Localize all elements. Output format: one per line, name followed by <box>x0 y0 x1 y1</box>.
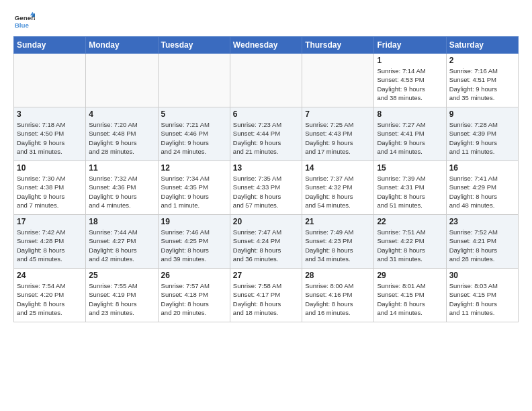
day-info: Sunrise: 7:41 AMSunset: 4:29 PMDaylight:… <box>449 174 515 210</box>
calendar-table: SundayMondayTuesdayWednesdayThursdayFrid… <box>13 36 519 322</box>
day-number: 6 <box>233 109 299 119</box>
calendar-cell-4: 4Sunrise: 7:20 AMSunset: 4:48 PMDaylight… <box>86 107 158 161</box>
day-number: 13 <box>233 163 299 173</box>
day-info: Sunrise: 7:58 AMSunset: 4:17 PMDaylight:… <box>233 281 299 317</box>
day-info: Sunrise: 7:52 AMSunset: 4:21 PMDaylight:… <box>449 228 515 263</box>
weekday-header-monday: Monday <box>86 37 158 54</box>
day-number: 27 <box>233 271 299 280</box>
day-info: Sunrise: 7:57 AMSunset: 4:18 PMDaylight:… <box>161 281 227 317</box>
day-number: 1 <box>377 56 443 65</box>
day-number: 26 <box>161 271 227 280</box>
day-number: 29 <box>377 271 443 280</box>
calendar-cell-15: 15Sunrise: 7:39 AMSunset: 4:31 PMDayligh… <box>374 161 446 215</box>
day-number: 30 <box>449 271 515 280</box>
calendar-cell-22: 22Sunrise: 7:51 AMSunset: 4:22 PMDayligh… <box>374 215 446 269</box>
day-info: Sunrise: 7:55 AMSunset: 4:19 PMDaylight:… <box>89 281 154 317</box>
page: General Blue SundayMondayTuesdayWednesda… <box>0 0 532 411</box>
day-number: 8 <box>377 109 443 119</box>
weekday-header-sunday: Sunday <box>14 37 86 54</box>
logo: General Blue <box>13 11 35 32</box>
calendar-cell-27: 27Sunrise: 7:58 AMSunset: 4:17 PMDayligh… <box>230 269 302 322</box>
day-info: Sunrise: 8:03 AMSunset: 4:15 PMDaylight:… <box>449 281 515 317</box>
calendar-cell-20: 20Sunrise: 7:47 AMSunset: 4:24 PMDayligh… <box>230 215 302 269</box>
day-number: 12 <box>161 163 227 173</box>
day-number: 2 <box>449 56 515 65</box>
day-info: Sunrise: 7:16 AMSunset: 4:51 PMDaylight:… <box>449 66 515 102</box>
calendar-cell-26: 26Sunrise: 7:57 AMSunset: 4:18 PMDayligh… <box>158 269 230 322</box>
calendar-cell-13: 13Sunrise: 7:35 AMSunset: 4:33 PMDayligh… <box>230 161 302 215</box>
day-number: 24 <box>17 271 83 280</box>
day-info: Sunrise: 7:44 AMSunset: 4:27 PMDaylight:… <box>89 228 154 263</box>
day-info: Sunrise: 7:35 AMSunset: 4:33 PMDaylight:… <box>233 174 299 210</box>
day-number: 19 <box>161 217 227 226</box>
day-number: 28 <box>305 271 371 280</box>
week-row-2: 10Sunrise: 7:30 AMSunset: 4:38 PMDayligh… <box>14 161 519 215</box>
day-number: 7 <box>305 109 371 119</box>
week-row-0: 1Sunrise: 7:14 AMSunset: 4:53 PMDaylight… <box>14 54 519 107</box>
day-number: 16 <box>449 163 515 173</box>
weekday-header-thursday: Thursday <box>302 37 374 54</box>
calendar-cell-10: 10Sunrise: 7:30 AMSunset: 4:38 PMDayligh… <box>14 161 86 215</box>
calendar-cell-23: 23Sunrise: 7:52 AMSunset: 4:21 PMDayligh… <box>446 215 518 269</box>
day-number: 5 <box>161 109 227 119</box>
header: General Blue <box>13 11 519 32</box>
calendar-cell-empty <box>302 54 374 107</box>
calendar-cell-empty <box>86 54 158 107</box>
day-number: 11 <box>89 163 154 173</box>
day-info: Sunrise: 7:42 AMSunset: 4:28 PMDaylight:… <box>17 228 83 263</box>
calendar-cell-17: 17Sunrise: 7:42 AMSunset: 4:28 PMDayligh… <box>14 215 86 269</box>
day-info: Sunrise: 7:20 AMSunset: 4:48 PMDaylight:… <box>89 120 154 156</box>
calendar-cell-24: 24Sunrise: 7:54 AMSunset: 4:20 PMDayligh… <box>14 269 86 322</box>
day-info: Sunrise: 7:28 AMSunset: 4:39 PMDaylight:… <box>449 120 515 156</box>
day-info: Sunrise: 7:34 AMSunset: 4:35 PMDaylight:… <box>161 174 227 210</box>
week-row-4: 24Sunrise: 7:54 AMSunset: 4:20 PMDayligh… <box>14 269 519 322</box>
day-info: Sunrise: 7:30 AMSunset: 4:38 PMDaylight:… <box>17 174 83 210</box>
day-info: Sunrise: 7:51 AMSunset: 4:22 PMDaylight:… <box>377 228 443 263</box>
day-info: Sunrise: 8:00 AMSunset: 4:16 PMDaylight:… <box>305 281 371 317</box>
day-info: Sunrise: 7:49 AMSunset: 4:23 PMDaylight:… <box>305 228 371 263</box>
day-info: Sunrise: 7:46 AMSunset: 4:25 PMDaylight:… <box>161 228 227 263</box>
day-number: 25 <box>89 271 154 280</box>
calendar-cell-12: 12Sunrise: 7:34 AMSunset: 4:35 PMDayligh… <box>158 161 230 215</box>
day-info: Sunrise: 7:18 AMSunset: 4:50 PMDaylight:… <box>17 120 83 156</box>
calendar-cell-30: 30Sunrise: 8:03 AMSunset: 4:15 PMDayligh… <box>446 269 518 322</box>
day-number: 10 <box>17 163 83 173</box>
day-info: Sunrise: 7:27 AMSunset: 4:41 PMDaylight:… <box>377 120 443 156</box>
day-info: Sunrise: 7:21 AMSunset: 4:46 PMDaylight:… <box>161 120 227 156</box>
day-number: 22 <box>377 217 443 226</box>
day-info: Sunrise: 7:25 AMSunset: 4:43 PMDaylight:… <box>305 120 371 156</box>
calendar-cell-25: 25Sunrise: 7:55 AMSunset: 4:19 PMDayligh… <box>86 269 158 322</box>
svg-text:Blue: Blue <box>15 21 30 29</box>
day-number: 14 <box>305 163 371 173</box>
calendar-cell-18: 18Sunrise: 7:44 AMSunset: 4:27 PMDayligh… <box>86 215 158 269</box>
day-info: Sunrise: 7:54 AMSunset: 4:20 PMDaylight:… <box>17 281 83 317</box>
calendar-cell-29: 29Sunrise: 8:01 AMSunset: 4:15 PMDayligh… <box>374 269 446 322</box>
day-info: Sunrise: 8:01 AMSunset: 4:15 PMDaylight:… <box>377 281 443 317</box>
day-number: 4 <box>89 109 154 119</box>
day-number: 3 <box>17 109 83 119</box>
week-row-3: 17Sunrise: 7:42 AMSunset: 4:28 PMDayligh… <box>14 215 519 269</box>
calendar-cell-16: 16Sunrise: 7:41 AMSunset: 4:29 PMDayligh… <box>446 161 518 215</box>
calendar-cell-14: 14Sunrise: 7:37 AMSunset: 4:32 PMDayligh… <box>302 161 374 215</box>
day-number: 20 <box>233 217 299 226</box>
calendar-cell-empty <box>14 54 86 107</box>
calendar-cell-1: 1Sunrise: 7:14 AMSunset: 4:53 PMDaylight… <box>374 54 446 107</box>
day-info: Sunrise: 7:32 AMSunset: 4:36 PMDaylight:… <box>89 174 154 210</box>
calendar-cell-6: 6Sunrise: 7:23 AMSunset: 4:44 PMDaylight… <box>230 107 302 161</box>
day-info: Sunrise: 7:47 AMSunset: 4:24 PMDaylight:… <box>233 228 299 263</box>
calendar-cell-28: 28Sunrise: 8:00 AMSunset: 4:16 PMDayligh… <box>302 269 374 322</box>
day-number: 9 <box>449 109 515 119</box>
weekday-header-saturday: Saturday <box>446 37 518 54</box>
calendar-cell-5: 5Sunrise: 7:21 AMSunset: 4:46 PMDaylight… <box>158 107 230 161</box>
calendar-cell-empty <box>230 54 302 107</box>
day-info: Sunrise: 7:14 AMSunset: 4:53 PMDaylight:… <box>377 66 443 102</box>
weekday-header-tuesday: Tuesday <box>158 37 230 54</box>
week-row-1: 3Sunrise: 7:18 AMSunset: 4:50 PMDaylight… <box>14 107 519 161</box>
calendar-cell-11: 11Sunrise: 7:32 AMSunset: 4:36 PMDayligh… <box>86 161 158 215</box>
calendar-cell-21: 21Sunrise: 7:49 AMSunset: 4:23 PMDayligh… <box>302 215 374 269</box>
calendar-cell-3: 3Sunrise: 7:18 AMSunset: 4:50 PMDaylight… <box>14 107 86 161</box>
day-number: 17 <box>17 217 83 226</box>
day-info: Sunrise: 7:39 AMSunset: 4:31 PMDaylight:… <box>377 174 443 210</box>
calendar-cell-2: 2Sunrise: 7:16 AMSunset: 4:51 PMDaylight… <box>446 54 518 107</box>
calendar-cell-9: 9Sunrise: 7:28 AMSunset: 4:39 PMDaylight… <box>446 107 518 161</box>
